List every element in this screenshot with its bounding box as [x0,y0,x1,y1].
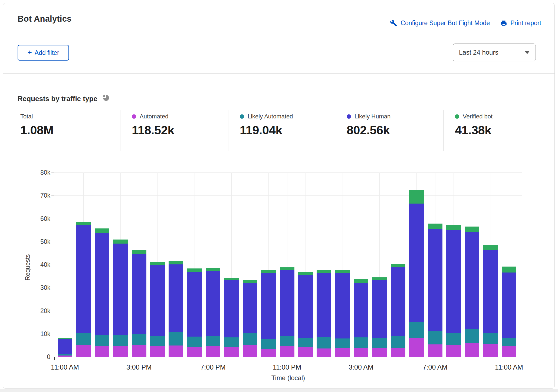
bar-segment-likely-human[interactable] [446,230,461,333]
bar-segment-automated[interactable] [261,349,276,357]
bar-segment-likely-human[interactable] [76,225,91,333]
bar-segment-automated[interactable] [483,344,498,357]
time-range-select[interactable]: Last 24 hours [453,44,536,61]
bar-segment-automated[interactable] [335,348,350,357]
bar-segment-likely-human[interactable] [409,204,424,322]
bar-segment-verified-bot[interactable] [317,270,331,273]
bar-segment-likely-automated[interactable] [409,322,424,338]
bar-11-00-am[interactable] [502,267,516,357]
bar-segment-verified-bot[interactable] [113,240,128,244]
bar-segment-verified-bot[interactable] [354,279,368,283]
bar-segment-likely-automated[interactable] [502,338,516,346]
bar-segment-likely-human[interactable] [298,275,313,338]
bar-segment-automated[interactable] [224,347,239,357]
bar-7-00-pm[interactable] [206,268,220,357]
bar-segment-likely-human[interactable] [150,265,165,336]
bar-1-00-am[interactable] [317,270,331,357]
bar-11-00-am[interactable] [58,338,72,357]
bar-segment-likely-human[interactable] [113,244,128,335]
bar-segment-automated[interactable] [187,347,202,357]
bar-segment-automated[interactable] [58,356,72,357]
bar-segment-verified-bot[interactable] [76,222,91,225]
pie-chart-icon[interactable] [102,94,110,104]
bar-9-00-pm[interactable] [243,280,257,357]
bar-segment-verified-bot[interactable] [391,264,405,267]
bar-segment-likely-automated[interactable] [465,329,479,343]
bar-segment-likely-human[interactable] [95,233,109,335]
bar-segment-automated[interactable] [95,346,109,357]
bar-segment-likely-automated[interactable] [354,337,368,348]
bar-12-00-am[interactable] [298,272,313,357]
bar-3-00-pm[interactable] [132,250,146,357]
bar-segment-verified-bot[interactable] [169,261,183,264]
bar-segment-likely-human[interactable] [169,264,183,332]
bar-segment-likely-human[interactable] [465,232,479,329]
bar-segment-verified-bot[interactable] [502,267,516,273]
bar-segment-automated[interactable] [206,346,220,357]
bar-segment-automated[interactable] [391,348,405,357]
bar-segment-automated[interactable] [428,344,442,357]
bar-segment-automated[interactable] [354,348,368,357]
bar-segment-likely-human[interactable] [335,273,350,338]
bar-2-00-am[interactable] [335,270,350,357]
bar-segment-likely-automated[interactable] [298,338,313,347]
bar-4-00-pm[interactable] [150,262,165,357]
bar-segment-verified-bot[interactable] [95,228,109,232]
bar-segment-likely-human[interactable] [132,254,146,334]
bar-segment-likely-human[interactable] [280,270,294,337]
bar-12-00-pm[interactable] [76,222,91,357]
bar-segment-likely-automated[interactable] [280,336,294,346]
bar-segment-likely-automated[interactable] [372,338,387,348]
bar-segment-likely-human[interactable] [502,273,516,338]
bar-segment-likely-human[interactable] [391,267,405,336]
bar-segment-automated[interactable] [446,345,461,357]
bar-segment-likely-automated[interactable] [95,335,109,346]
stat-likely-human[interactable]: Likely Human 802.56k [347,113,390,154]
bar-7-00-am[interactable] [428,224,442,357]
bar-segment-likely-human[interactable] [428,229,442,331]
bar-1-00-pm[interactable] [95,228,109,357]
bar-segment-verified-bot[interactable] [483,245,498,250]
bar-segment-automated[interactable] [280,346,294,357]
bar-segment-likely-automated[interactable] [76,333,91,345]
bar-segment-verified-bot[interactable] [261,270,276,273]
bar-segment-likely-automated[interactable] [113,335,128,346]
bar-segment-automated[interactable] [113,346,128,357]
bar-segment-verified-bot[interactable] [335,270,350,273]
bar-segment-verified-bot[interactable] [446,225,461,230]
bar-segment-likely-human[interactable] [58,339,72,354]
stat-verified-bot[interactable]: Verified bot 41.38k [455,113,493,154]
bar-10-00-am[interactable] [483,245,498,357]
bar-segment-likely-automated[interactable] [187,337,202,347]
bar-segment-verified-bot[interactable] [280,267,294,270]
bar-segment-likely-human[interactable] [317,273,331,337]
bar-segment-likely-automated[interactable] [224,337,239,347]
bar-2-00-pm[interactable] [113,240,128,357]
bar-8-00-pm[interactable] [224,278,239,357]
bar-segment-likely-automated[interactable] [446,333,461,345]
bar-segment-automated[interactable] [502,346,516,357]
add-filter-button[interactable]: + Add filter [18,45,69,61]
bar-6-00-am[interactable] [409,190,424,357]
bar-segment-verified-bot[interactable] [465,227,479,232]
bar-segment-automated[interactable] [372,348,387,357]
bar-segment-automated[interactable] [169,346,183,357]
bar-segment-automated[interactable] [317,348,331,357]
bar-segment-likely-human[interactable] [261,273,276,339]
bar-segment-automated[interactable] [298,347,313,357]
bar-segment-likely-automated[interactable] [243,333,257,345]
bar-segment-automated[interactable] [150,346,165,357]
bar-segment-verified-bot[interactable] [150,262,165,265]
bar-segment-likely-automated[interactable] [132,334,146,345]
bar-segment-automated[interactable] [409,338,424,357]
bar-4-00-am[interactable] [372,277,387,357]
bar-6-00-pm[interactable] [187,268,202,357]
bar-segment-likely-human[interactable] [206,271,220,336]
bar-10-00-pm[interactable] [261,270,276,357]
bar-segment-likely-human[interactable] [372,280,387,338]
bar-segment-verified-bot[interactable] [187,268,202,272]
bar-segment-likely-human[interactable] [224,280,239,337]
bar-5-00-am[interactable] [391,264,405,357]
bar-segment-likely-automated[interactable] [335,338,350,348]
bar-3-00-am[interactable] [354,279,368,357]
